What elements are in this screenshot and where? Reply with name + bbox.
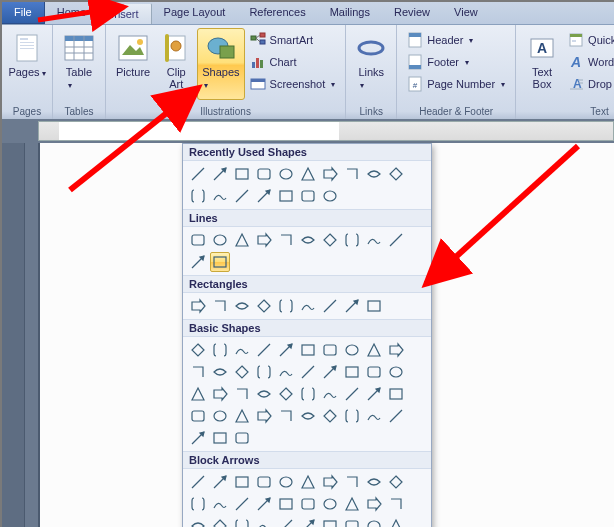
dropcap-button[interactable]: ADrop Cap ▾ bbox=[565, 74, 614, 94]
shape-item[interactable] bbox=[364, 472, 384, 492]
tab-mailings[interactable]: Mailings bbox=[318, 2, 382, 24]
shape-item[interactable] bbox=[386, 362, 406, 382]
shape-item[interactable] bbox=[188, 494, 208, 514]
shape-item[interactable] bbox=[320, 340, 340, 360]
shape-item[interactable] bbox=[320, 186, 340, 206]
shape-item[interactable] bbox=[298, 186, 318, 206]
shape-item[interactable] bbox=[298, 230, 318, 250]
smartart-button[interactable]: SmartArt bbox=[247, 30, 339, 50]
shape-item[interactable] bbox=[210, 384, 230, 404]
shape-item[interactable] bbox=[210, 406, 230, 426]
shape-item[interactable] bbox=[320, 164, 340, 184]
tab-home[interactable]: Home bbox=[45, 2, 98, 24]
clipart-button[interactable]: Clip Art bbox=[155, 28, 197, 100]
shape-item[interactable] bbox=[232, 406, 252, 426]
shape-item[interactable] bbox=[364, 164, 384, 184]
shape-item[interactable] bbox=[254, 516, 274, 527]
shape-item[interactable] bbox=[232, 296, 252, 316]
shape-item[interactable] bbox=[254, 296, 274, 316]
shape-item[interactable] bbox=[298, 362, 318, 382]
shape-item[interactable] bbox=[342, 362, 362, 382]
shape-item[interactable] bbox=[276, 472, 296, 492]
shape-item[interactable] bbox=[254, 340, 274, 360]
shape-item[interactable] bbox=[232, 494, 252, 514]
shape-item[interactable] bbox=[188, 252, 208, 272]
shape-item[interactable] bbox=[232, 230, 252, 250]
shape-item[interactable] bbox=[342, 472, 362, 492]
shape-item[interactable] bbox=[188, 164, 208, 184]
shape-item[interactable] bbox=[210, 516, 230, 527]
shape-item[interactable] bbox=[342, 230, 362, 250]
table-button[interactable]: Table▾ bbox=[58, 28, 100, 94]
chart-button[interactable]: Chart bbox=[247, 52, 339, 72]
shape-item[interactable] bbox=[254, 494, 274, 514]
shape-item[interactable] bbox=[298, 164, 318, 184]
shape-item[interactable] bbox=[298, 340, 318, 360]
wordart-button[interactable]: AWordArt ▾ bbox=[565, 52, 614, 72]
shape-item[interactable] bbox=[320, 362, 340, 382]
pagenumber-button[interactable]: #Page Number ▾ bbox=[404, 74, 508, 94]
shapes-button[interactable]: Shapes▾ bbox=[197, 28, 244, 100]
shape-item[interactable] bbox=[188, 186, 208, 206]
shape-item[interactable] bbox=[254, 230, 274, 250]
shape-item[interactable] bbox=[188, 340, 208, 360]
shape-item[interactable] bbox=[210, 230, 230, 250]
shape-item[interactable] bbox=[232, 362, 252, 382]
shape-item[interactable] bbox=[232, 164, 252, 184]
shape-item[interactable] bbox=[210, 164, 230, 184]
shape-item[interactable] bbox=[342, 164, 362, 184]
shape-item[interactable] bbox=[364, 296, 384, 316]
tab-review[interactable]: Review bbox=[382, 2, 442, 24]
shape-item[interactable] bbox=[232, 186, 252, 206]
shape-item[interactable] bbox=[210, 186, 230, 206]
shape-item[interactable] bbox=[276, 362, 296, 382]
shape-item[interactable] bbox=[276, 164, 296, 184]
shape-item[interactable] bbox=[276, 230, 296, 250]
shape-item[interactable] bbox=[320, 230, 340, 250]
shape-item[interactable] bbox=[276, 516, 296, 527]
shape-item[interactable] bbox=[342, 406, 362, 426]
textbox-button[interactable]: A Text Box bbox=[521, 28, 563, 100]
shape-item[interactable] bbox=[386, 516, 406, 527]
shape-item[interactable] bbox=[320, 472, 340, 492]
tab-references[interactable]: References bbox=[237, 2, 317, 24]
picture-button[interactable]: Picture bbox=[111, 28, 155, 100]
shape-item[interactable] bbox=[364, 516, 384, 527]
shape-item[interactable] bbox=[276, 406, 296, 426]
shape-item[interactable] bbox=[298, 384, 318, 404]
shape-item[interactable] bbox=[254, 384, 274, 404]
shape-item[interactable] bbox=[254, 472, 274, 492]
shape-item[interactable] bbox=[210, 428, 230, 448]
shape-item[interactable] bbox=[386, 340, 406, 360]
shape-item[interactable] bbox=[298, 472, 318, 492]
pages-button[interactable]: Pages▾ bbox=[3, 28, 50, 82]
shape-item[interactable] bbox=[232, 516, 252, 527]
shape-item[interactable] bbox=[232, 384, 252, 404]
shape-item[interactable] bbox=[276, 384, 296, 404]
shape-item[interactable] bbox=[276, 340, 296, 360]
shape-item[interactable] bbox=[364, 494, 384, 514]
shape-item[interactable] bbox=[254, 406, 274, 426]
shape-item[interactable] bbox=[386, 406, 406, 426]
shape-item[interactable] bbox=[320, 494, 340, 514]
links-button[interactable]: Links▾ bbox=[350, 28, 392, 94]
tab-file[interactable]: File bbox=[2, 2, 45, 24]
shape-item[interactable] bbox=[342, 516, 362, 527]
tab-page-layout[interactable]: Page Layout bbox=[152, 2, 238, 24]
vertical-ruler[interactable] bbox=[2, 143, 25, 527]
shape-item[interactable] bbox=[364, 362, 384, 382]
shape-item[interactable] bbox=[298, 296, 318, 316]
quickparts-button[interactable]: Quick Parts ▾ bbox=[565, 30, 614, 50]
shape-item[interactable] bbox=[364, 384, 384, 404]
shape-item[interactable] bbox=[386, 494, 406, 514]
shape-item[interactable] bbox=[298, 516, 318, 527]
shape-item[interactable] bbox=[188, 230, 208, 250]
shape-item[interactable] bbox=[188, 362, 208, 382]
shape-item[interactable] bbox=[320, 406, 340, 426]
shape-item[interactable] bbox=[342, 494, 362, 514]
shape-item[interactable] bbox=[386, 164, 406, 184]
header-button[interactable]: Header ▾ bbox=[404, 30, 508, 50]
shape-item[interactable] bbox=[254, 362, 274, 382]
shape-item-highlighted[interactable] bbox=[210, 252, 230, 272]
shape-item[interactable] bbox=[188, 296, 208, 316]
